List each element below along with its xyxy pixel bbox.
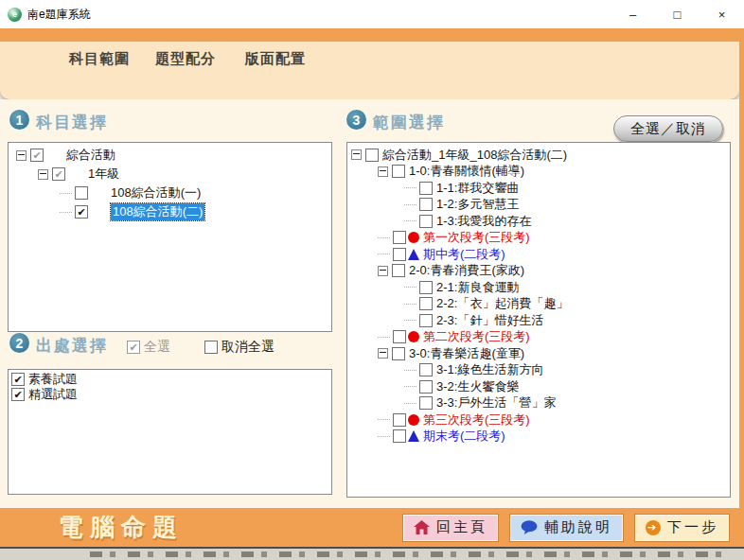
tree-item-label[interactable]: 3-3:戶外生活「營」家 (436, 394, 556, 411)
tree-item-label[interactable]: 108綜合活動(一) (111, 184, 201, 201)
tree-item-label[interactable]: 2-0:青春消費王(家政) (409, 262, 524, 279)
item-checkbox[interactable] (419, 380, 433, 394)
right-accent-edge (739, 42, 744, 508)
tree-item[interactable]: 期中考(二段考) (347, 246, 730, 263)
tree-item[interactable]: 1年級 (9, 165, 331, 184)
tree-item[interactable]: 1-3:我愛我的存在 (347, 213, 730, 230)
item-checkbox[interactable] (52, 167, 65, 181)
source-list-item[interactable]: 素養試題 (9, 372, 331, 387)
item-checkbox[interactable] (419, 363, 433, 376)
tree-connector-line (378, 419, 390, 420)
panel1-title: 科目選擇 (36, 112, 108, 133)
tree-item[interactable]: 2-1:新良食運動 (347, 279, 730, 296)
tree-item-label[interactable]: 1年級 (88, 166, 119, 183)
tree-item-label[interactable]: 期中考(二段考) (423, 246, 505, 263)
collapse-toggle-icon[interactable] (378, 266, 388, 276)
app-icon: e (8, 8, 22, 22)
collapse-toggle-icon[interactable] (16, 150, 27, 161)
item-checkbox[interactable] (392, 347, 405, 360)
maximize-icon[interactable]: □ (655, 0, 700, 28)
collapse-toggle-icon[interactable] (378, 166, 388, 177)
tree-item[interactable]: 1-0:青春關懷情(輔導) (347, 164, 730, 181)
tree-item[interactable]: 3-2:生火饗食樂 (347, 378, 730, 395)
footer-brand-title: 電腦命題 (59, 511, 184, 544)
tree-item[interactable]: 第三次段考(三段考) (347, 411, 730, 429)
tree-item-label[interactable]: 2-1:新良食運動 (436, 279, 519, 296)
tree-item[interactable]: 期末考(二段考) (347, 429, 730, 446)
item-checkbox[interactable] (419, 396, 433, 410)
item-checkbox[interactable] (419, 215, 433, 228)
tree-item-label[interactable]: 3-0:青春樂活趣(童軍) (409, 345, 524, 362)
item-checkbox[interactable] (393, 231, 406, 244)
subject-tree-listbox: 綜合活動1年級108綜合活動(一)108綜合活動(二) (8, 142, 332, 332)
tree-item[interactable]: 108綜合活動(二) (9, 202, 331, 221)
collapse-toggle-icon[interactable] (378, 348, 388, 359)
item-checkbox[interactable] (392, 165, 405, 178)
tree-item[interactable]: 3-0:青春樂活趣(童軍) (347, 345, 730, 362)
tree-item[interactable]: 2-2:「衣」起消費「趣」 (347, 296, 730, 313)
item-checkbox[interactable] (419, 281, 433, 294)
item-checkbox[interactable] (11, 373, 25, 386)
item-checkbox[interactable] (392, 264, 405, 277)
close-icon[interactable]: × (700, 0, 744, 28)
tree-item-label[interactable]: 3-1:綠色生活新方向 (436, 361, 543, 378)
tree-item[interactable]: 3-3:戶外生活「營」家 (347, 395, 730, 412)
item-checkbox[interactable] (75, 186, 88, 200)
tree-item-label[interactable]: 綜合活動_1年級_108綜合活動(二) (382, 147, 567, 164)
panel3-number-badge: 3 (346, 110, 366, 130)
background-window-text-sliver (90, 551, 734, 557)
source-list-item[interactable]: 精選試題 (9, 387, 331, 402)
item-checkbox[interactable] (365, 149, 379, 162)
tree-item-label[interactable]: 3-2:生火饗食樂 (436, 378, 519, 395)
tree-item-label[interactable]: 期末考(二段考) (423, 428, 505, 445)
tree-item-label[interactable]: 2-2:「衣」起消費「趣」 (436, 295, 568, 312)
collapse-toggle-icon[interactable] (38, 169, 48, 180)
tree-item[interactable]: 1-2:多元智慧王 (347, 197, 730, 214)
help-button[interactable]: 輔助說明 (510, 515, 623, 541)
top-accent-strip (0, 28, 744, 42)
tree-connector-line (378, 254, 390, 254)
tree-item[interactable]: 108綜合活動(一) (9, 184, 331, 202)
minimize-icon[interactable]: – (611, 0, 655, 28)
item-checkbox[interactable] (30, 149, 44, 162)
step-label-subject-range: 科目範圍 (69, 50, 130, 68)
tree-item-label[interactable]: 第一次段考(三段考) (423, 229, 530, 246)
source-item-label: 精選試題 (28, 386, 78, 403)
tree-item[interactable]: 綜合活動_1年級_108綜合活動(二) (347, 147, 730, 164)
tree-item[interactable]: 1-1:群我交響曲 (347, 180, 730, 197)
item-checkbox[interactable] (11, 388, 25, 401)
tree-item[interactable]: 第二次段考(三段考) (347, 329, 730, 346)
tree-item[interactable]: 3-1:綠色生活新方向 (347, 362, 730, 379)
item-checkbox[interactable] (75, 205, 88, 219)
tree-item-label[interactable]: 1-2:多元智慧王 (436, 196, 519, 213)
collapse-toggle-icon[interactable] (351, 149, 362, 160)
tree-item-label[interactable]: 第二次段考(三段考) (423, 328, 530, 345)
item-checkbox[interactable] (393, 330, 406, 343)
item-checkbox[interactable] (419, 314, 433, 327)
tree-connector-line (404, 220, 416, 221)
tree-item-label[interactable]: 108綜合活動(二) (111, 203, 204, 220)
tree-item-label[interactable]: 2-3:「針」惜好生活 (436, 312, 543, 329)
tree-item[interactable]: 第一次段考(三段考) (347, 230, 730, 247)
item-checkbox[interactable] (393, 429, 406, 443)
next-step-button[interactable]: ➔ 下一步 (635, 515, 729, 541)
select-all-checkbox[interactable] (127, 341, 140, 354)
item-checkbox[interactable] (419, 297, 433, 310)
tree-item[interactable]: 2-3:「針」惜好生活 (347, 312, 730, 329)
tree-connector-line (404, 287, 416, 288)
select-all-toggle-button[interactable]: 全選／取消 (613, 115, 723, 142)
item-checkbox[interactable] (393, 413, 406, 427)
item-checkbox[interactable] (419, 198, 433, 211)
tree-item-label[interactable]: 1-3:我愛我的存在 (436, 213, 531, 230)
item-checkbox[interactable] (393, 248, 406, 261)
tree-item[interactable]: 綜合活動 (9, 146, 331, 165)
tree-item-label[interactable]: 1-1:群我交響曲 (436, 180, 519, 197)
tree-connector-line (378, 237, 390, 238)
tree-item[interactable]: 2-0:青春消費王(家政) (347, 263, 730, 280)
item-checkbox[interactable] (419, 182, 433, 195)
tree-item-label[interactable]: 第三次段考(三段考) (423, 411, 530, 429)
home-button[interactable]: 回主頁 (403, 515, 498, 541)
deselect-all-checkbox[interactable] (204, 341, 218, 354)
tree-item-label[interactable]: 綜合活動 (66, 147, 115, 164)
tree-item-label[interactable]: 1-0:青春關懷情(輔導) (409, 163, 524, 180)
